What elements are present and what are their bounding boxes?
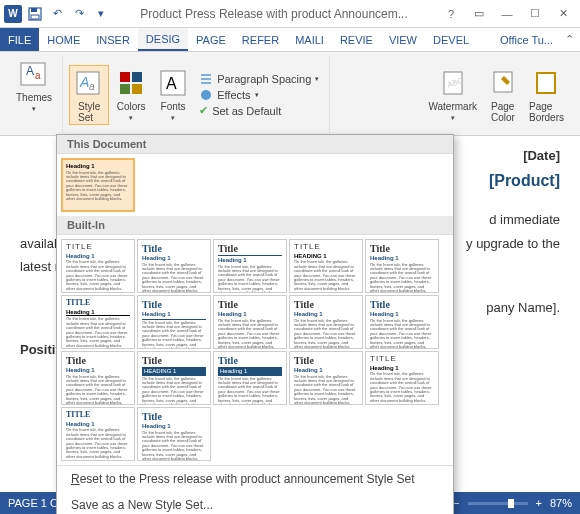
minimize-icon[interactable]: — xyxy=(494,4,520,24)
svg-rect-19 xyxy=(537,73,555,93)
svg-rect-2 xyxy=(31,15,39,19)
style-thumb[interactable]: TitleHeading 1On the Insert tab, the gal… xyxy=(289,351,363,405)
zoom-in-icon[interactable]: + xyxy=(536,497,542,509)
word-icon: W xyxy=(4,5,22,23)
svg-text:a: a xyxy=(35,70,41,81)
style-thumb[interactable]: TitleHeading 1On the Insert tab, the gal… xyxy=(137,407,211,461)
page-indicator[interactable]: PAGE 1 O xyxy=(8,497,59,509)
effects-button[interactable]: Effects ▾ xyxy=(199,88,319,102)
zoom-level[interactable]: 87% xyxy=(550,497,572,509)
svg-rect-9 xyxy=(120,72,130,82)
page-color-label: Page Color xyxy=(491,101,515,123)
style-thumb[interactable]: TitleHeading 1On the Insert tab, the gal… xyxy=(137,295,211,349)
save-as-new-style-set[interactable]: Save as a New Style Set... xyxy=(57,492,453,514)
fonts-button[interactable]: A Fonts ▾ xyxy=(153,65,193,124)
style-set-label: Style Set xyxy=(78,101,100,123)
style-set-dropdown: This Document Heading 1 On the Insert ta… xyxy=(56,134,454,514)
tab-insert[interactable]: INSER xyxy=(88,28,138,51)
undo-icon[interactable]: ↶ xyxy=(48,5,66,23)
page-borders-button[interactable]: Page Borders xyxy=(525,65,568,125)
style-set-icon: Aa xyxy=(73,67,105,99)
ribbon: Aa Themes ▾ Aa Style Set Colors ▾ A Font… xyxy=(0,52,580,136)
effects-icon xyxy=(199,88,213,102)
help-icon[interactable]: ? xyxy=(438,4,464,24)
tab-view[interactable]: VIEW xyxy=(381,28,425,51)
ribbon-tabs: FILE HOME INSER DESIG PAGE REFER MAILI R… xyxy=(0,28,580,52)
reset-style-set[interactable]: Reset to the Press release with product … xyxy=(57,466,453,492)
doc-text: y upgrade to the xyxy=(466,232,560,255)
tab-file[interactable]: FILE xyxy=(0,28,39,51)
tab-design[interactable]: DESIG xyxy=(138,28,188,51)
dropdown-footer: Reset to the Press release with product … xyxy=(57,465,453,514)
section-this-document: This Document xyxy=(57,135,453,154)
tab-page[interactable]: PAGE xyxy=(188,28,234,51)
collapse-ribbon-icon[interactable]: ⌃ xyxy=(565,33,574,46)
check-icon: ✔ xyxy=(199,104,208,117)
ribbon-options-icon[interactable]: ▭ xyxy=(466,4,492,24)
chevron-down-icon: ▾ xyxy=(315,75,319,83)
page-color-button[interactable]: Page Color xyxy=(483,65,523,125)
paragraph-spacing-icon xyxy=(199,72,213,86)
style-thumb[interactable]: TITLEHeading 1On the Insert tab, the gal… xyxy=(61,295,135,349)
this-document-grid: Heading 1 On the Insert tab, the galleri… xyxy=(57,154,453,216)
style-thumb[interactable]: TITLEHeading 1On the Insert tab, the gal… xyxy=(61,239,135,293)
colors-button[interactable]: Colors ▾ xyxy=(111,65,151,124)
zoom-out-icon[interactable]: − xyxy=(453,497,459,509)
paragraph-spacing-label: Paragraph Spacing xyxy=(217,73,311,85)
tab-developer[interactable]: DEVEL xyxy=(425,28,477,51)
style-thumb[interactable]: TitleHeading 1On the Insert tab, the gal… xyxy=(213,295,287,349)
page-borders-label: Page Borders xyxy=(529,101,564,123)
zoom-slider[interactable] xyxy=(468,502,528,505)
style-thumb[interactable]: TitleHEADING 1On the Insert tab, the gal… xyxy=(137,351,211,405)
watermark-icon: ABC xyxy=(437,67,469,99)
style-thumb[interactable]: TitleHeading 1On the Insert tab, the gal… xyxy=(365,239,439,293)
themes-icon: Aa xyxy=(18,58,50,90)
watermark-label: Watermark xyxy=(428,101,477,112)
themes-button[interactable]: Aa Themes ▾ xyxy=(12,56,56,115)
style-thumb[interactable]: TitleHeading 1On the Insert tab, the gal… xyxy=(289,295,363,349)
effects-label: Effects xyxy=(217,89,250,101)
watermark-button[interactable]: ABC Watermark ▾ xyxy=(424,65,481,124)
paragraph-spacing-button[interactable]: Paragraph Spacing ▾ xyxy=(199,72,319,86)
colors-label: Colors xyxy=(117,101,146,112)
office-addin-label[interactable]: Office Tu... xyxy=(492,34,561,46)
svg-text:A: A xyxy=(166,75,177,92)
style-thumb[interactable]: TitleHeading 1On the Insert tab, the gal… xyxy=(137,239,211,293)
style-thumb[interactable]: TitleHeading 1On the Insert tab, the gal… xyxy=(61,351,135,405)
set-default-label: Set as Default xyxy=(212,105,281,117)
svg-rect-12 xyxy=(132,84,142,94)
style-thumb[interactable]: TitleHeading 1On the Insert tab, the gal… xyxy=(213,239,287,293)
page-color-icon xyxy=(487,67,519,99)
tab-mailings[interactable]: MAILI xyxy=(287,28,332,51)
group-page-background: ABC Watermark ▾ Page Color Page Borders xyxy=(418,56,574,133)
style-thumb[interactable]: TITLEHeading 1On the Insert tab, the gal… xyxy=(365,351,439,405)
chevron-down-icon: ▾ xyxy=(32,105,36,113)
group-themes: Aa Themes ▾ xyxy=(6,56,63,133)
window-controls: ? ▭ — ☐ ✕ xyxy=(438,4,576,24)
style-thumb[interactable]: TITLEHEADING 1On the Insert tab, the gal… xyxy=(289,239,363,293)
set-as-default-button[interactable]: ✔ Set as Default xyxy=(199,104,319,117)
quick-access-toolbar: W ↶ ↷ ▾ xyxy=(4,5,110,23)
chevron-down-icon: ▾ xyxy=(171,114,175,122)
chevron-down-icon: ▾ xyxy=(451,114,455,122)
tab-references[interactable]: REFER xyxy=(234,28,287,51)
svg-rect-11 xyxy=(120,84,130,94)
style-thumb[interactable]: TitleHeading 1On the Insert tab, the gal… xyxy=(365,295,439,349)
style-thumb[interactable]: TitleHeading 1On the Insert tab, the gal… xyxy=(213,351,287,405)
style-set-button[interactable]: Aa Style Set xyxy=(69,65,109,125)
redo-icon[interactable]: ↷ xyxy=(70,5,88,23)
qat-dropdown-icon[interactable]: ▾ xyxy=(92,5,110,23)
style-thumb-current[interactable]: Heading 1 On the Insert tab, the galleri… xyxy=(61,158,135,212)
window-title: Product Press Release with product Annou… xyxy=(110,7,438,21)
save-icon[interactable] xyxy=(26,5,44,23)
themes-label: Themes xyxy=(16,92,52,103)
svg-rect-10 xyxy=(132,72,142,82)
close-icon[interactable]: ✕ xyxy=(550,4,576,24)
svg-text:A: A xyxy=(79,74,89,90)
tab-home[interactable]: HOME xyxy=(39,28,88,51)
tab-review[interactable]: REVIE xyxy=(332,28,381,51)
chevron-down-icon: ▾ xyxy=(255,91,259,99)
section-built-in: Built-In xyxy=(57,216,453,235)
maximize-icon[interactable]: ☐ xyxy=(522,4,548,24)
style-thumb[interactable]: TITLEHeading 1On the Insert tab, the gal… xyxy=(61,407,135,461)
